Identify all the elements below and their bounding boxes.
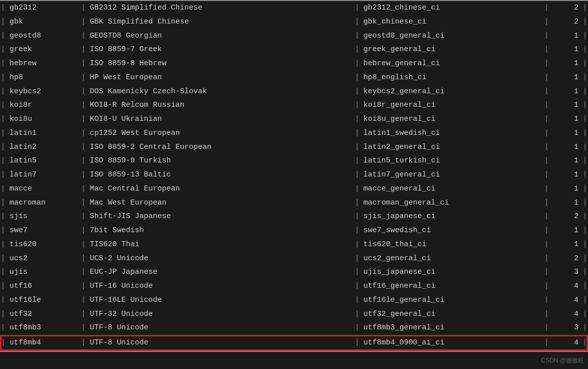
charset-name: utf16 [6, 279, 81, 293]
separator: | [544, 252, 549, 266]
charset-name: latin2 [6, 140, 81, 154]
separator: | [1, 238, 6, 252]
separator: | [582, 321, 587, 335]
charset-maxlen: 2 [549, 1, 582, 15]
charset-name: gb2312 [6, 1, 81, 15]
charset-collation: ujis_japanese_ci [359, 265, 544, 279]
charset-description: EUC-JP Japanese [86, 265, 355, 279]
charset-maxlen: 2 [549, 252, 582, 266]
charset-description: UTF-16LE Unicode [86, 293, 355, 307]
separator: | [81, 43, 86, 57]
separator: | [1, 265, 6, 279]
separator: | [1, 196, 6, 210]
separator: | [81, 196, 86, 210]
charset-maxlen: 3 [549, 321, 582, 335]
separator: | [544, 154, 549, 168]
separator: | [544, 321, 549, 335]
charset-name: macce [6, 182, 81, 196]
charset-description: UTF-8 Unicode [86, 335, 355, 350]
charset-description: UTF-16 Unicode [86, 279, 355, 293]
table-row: |sjis|Shift-JIS Japanese|sjis_japanese_c… [1, 210, 587, 224]
table-row: |latin7|ISO 8859-13 Baltic|latin7_genera… [1, 168, 587, 182]
table-row: |tis620|TIS620 Thai|tis620_thai_ci|1| [1, 238, 587, 252]
separator: | [582, 252, 587, 266]
charset-collation: hp8_english_ci [359, 71, 544, 85]
separator: | [1, 182, 6, 196]
separator: | [355, 15, 359, 29]
main-container: |gb2312|GB2312 Simplified Chinese|gb2312… [0, 0, 588, 352]
separator: | [544, 126, 549, 140]
charset-description: UCS-2 Unicode [86, 252, 355, 266]
charset-name: hebrew [6, 57, 81, 71]
charset-name: latin7 [6, 168, 81, 182]
separator: | [1, 1, 6, 15]
table-row: |macroman|Mac West European|macroman_gen… [1, 196, 587, 210]
separator: | [544, 1, 549, 15]
charset-maxlen: 4 [549, 335, 582, 350]
charset-name: macroman [6, 196, 81, 210]
table-row: |keybcs2|DOS Kamenicky Czech-Slovak|keyb… [1, 85, 587, 99]
separator: | [81, 112, 86, 126]
separator: | [582, 279, 587, 293]
charset-table: |gb2312|GB2312 Simplified Chinese|gb2312… [0, 1, 588, 351]
separator: | [1, 15, 6, 29]
separator: | [1, 252, 6, 266]
table-row: |koi8u|KOI8-U Ukrainian|koi8u_general_ci… [1, 112, 587, 126]
separator: | [1, 140, 6, 154]
separator: | [355, 335, 359, 350]
charset-collation: utf16_general_ci [359, 279, 544, 293]
separator: | [544, 112, 549, 126]
separator: | [81, 154, 86, 168]
separator: | [1, 112, 6, 126]
separator: | [355, 293, 359, 307]
charset-maxlen: 1 [549, 71, 582, 85]
separator: | [582, 15, 587, 29]
charset-collation: sjis_japanese_ci [359, 210, 544, 224]
charset-description: ISO 8859-2 Central European [86, 140, 355, 154]
table-row: |utf8mb3|UTF-8 Unicode|utf8mb3_general_c… [1, 321, 587, 335]
separator: | [582, 1, 587, 15]
separator: | [81, 140, 86, 154]
charset-maxlen: 4 [549, 279, 582, 293]
charset-collation: utf8mb4_0900_ai_ci [359, 335, 544, 350]
charset-collation: geostd8_general_ci [359, 29, 544, 43]
separator: | [544, 29, 549, 43]
charset-name: latin5 [6, 154, 81, 168]
separator: | [1, 293, 6, 307]
charset-description: KOI8-R Relcom Russian [86, 98, 355, 112]
separator: | [355, 252, 359, 266]
charset-description: cp1252 West European [86, 126, 355, 140]
watermark: CSDN @嗷嗷旺 [541, 356, 584, 365]
charset-collation: latin5_turkish_ci [359, 154, 544, 168]
separator: | [355, 154, 359, 168]
separator: | [582, 224, 587, 238]
separator: | [355, 71, 359, 85]
separator: | [1, 57, 6, 71]
separator: | [81, 224, 86, 238]
charset-description: ISO 8859-8 Hebrew [86, 57, 355, 71]
separator: | [1, 71, 6, 85]
charset-collation: ucs2_general_ci [359, 252, 544, 266]
separator: | [582, 98, 587, 112]
table-row: |ucs2|UCS-2 Unicode|ucs2_general_ci|2| [1, 252, 587, 266]
table-row: |utf16le|UTF-16LE Unicode|utf16le_genera… [1, 293, 587, 307]
charset-description: ISO 8859-7 Greek [86, 43, 355, 57]
charset-collation: greek_general_ci [359, 43, 544, 57]
table-row: |utf8mb4|UTF-8 Unicode|utf8mb4_0900_ai_c… [1, 335, 587, 350]
separator: | [81, 307, 86, 321]
table-row: |utf16|UTF-16 Unicode|utf16_general_ci|4… [1, 279, 587, 293]
charset-collation: latin1_swedish_ci [359, 126, 544, 140]
table-row: |ujis|EUC-JP Japanese|ujis_japanese_ci|3… [1, 265, 587, 279]
table-row: |swe7|7bit Swedish|swe7_swedish_ci|1| [1, 224, 587, 238]
charset-collation: hebrew_general_ci [359, 57, 544, 71]
separator: | [81, 265, 86, 279]
table-row: |latin5|ISO 8859-9 Turkish|latin5_turkis… [1, 154, 587, 168]
separator: | [582, 238, 587, 252]
separator: | [81, 210, 86, 224]
table-row: |greek|ISO 8859-7 Greek|greek_general_ci… [1, 43, 587, 57]
table-row: |koi8r|KOI8-R Relcom Russian|koi8r_gener… [1, 98, 587, 112]
charset-description: TIS620 Thai [86, 238, 355, 252]
separator: | [355, 43, 359, 57]
charset-name: swe7 [6, 224, 81, 238]
charset-name: latin1 [6, 126, 81, 140]
